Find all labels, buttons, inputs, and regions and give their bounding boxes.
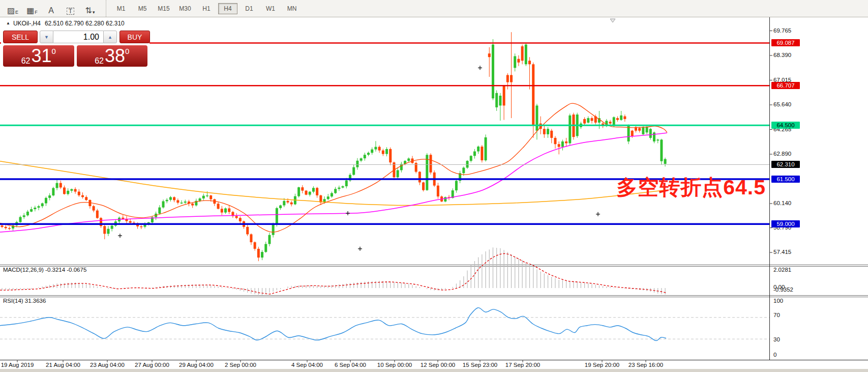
chart-annotation-text: 多空转折点64.5 [585, 174, 766, 202]
label-tool-icon[interactable]: A [43, 2, 59, 15]
volume-increase-button[interactable]: ▲ [103, 31, 117, 43]
time-label: 29 Aug 04:00 [179, 362, 214, 368]
timeframe-w1[interactable]: W1 [261, 3, 280, 14]
mt4-window: ▨E▦FAT⇅▾ M1M5M15M30H1H4D1W1MN ▲UKOil-,H4… [0, 0, 868, 372]
ohlc-values: 62.510 62.790 62.280 62.310 [45, 20, 125, 27]
macd-indicator-label: MACD(12,26,9) -0.3214 -0.0675 [3, 267, 86, 273]
price-badge-62.310: 62.310 [771, 161, 800, 168]
timeframe-m5[interactable]: M5 [133, 3, 152, 14]
sell-button[interactable]: SELL [3, 31, 38, 43]
price-tick-label: 57.415 [773, 249, 791, 255]
timeframe-d1[interactable]: D1 [240, 3, 259, 14]
price-badge-66.707: 66.707 [771, 82, 800, 89]
one-click-trading-panel: SELL ▼ ▲ BUY 62 31 0 62 38 0 [1, 28, 149, 68]
sell-price-button[interactable]: 62 31 0 [3, 45, 74, 67]
trade-prices-row: 62 31 0 62 38 0 [3, 45, 147, 67]
volume-input[interactable] [53, 31, 103, 43]
sell-price-big: 31 [31, 46, 51, 66]
price-badge-59.000: 59.000 [771, 220, 800, 227]
chart-symbol-header: ▲UKOil-,H462.510 62.790 62.280 62.310 [6, 20, 125, 27]
timeframe-mn[interactable]: MN [282, 3, 302, 14]
macd-axis-min: -0.9352 [773, 287, 793, 293]
price-tick-label: 69.765 [773, 27, 791, 34]
timeframe-h4[interactable]: H4 [218, 3, 237, 14]
buy-price-sup: 0 [125, 47, 129, 55]
buy-price-button[interactable]: 62 38 0 [77, 45, 148, 67]
time-label: 19 Sep 20:00 [585, 362, 619, 368]
time-label: 23 Sep 16:00 [628, 362, 663, 368]
buy-price-base: 62 [95, 56, 104, 66]
rsi-axis-label: 30 [773, 336, 780, 342]
price-badge-61.500: 61.500 [771, 176, 800, 183]
text-box-tool-icon[interactable]: T [63, 2, 79, 15]
time-label: 23 Aug 04:00 [90, 362, 125, 368]
sell-price-base: 62 [21, 56, 31, 66]
arrows-tool-icon[interactable]: ⇅▾ [82, 2, 98, 15]
time-label: 6 Sep 04:00 [335, 362, 366, 368]
rsi-axis-label: 70 [773, 312, 780, 318]
time-label: 17 Sep 20:00 [505, 362, 540, 368]
price-tick-label: 68.390 [773, 52, 791, 58]
rsi-indicator-label: RSI(14) 31.3636 [3, 298, 46, 304]
price-tick-label: 65.640 [773, 101, 791, 107]
time-label: 12 Sep 00:00 [421, 362, 455, 368]
time-label: 2 Sep 00:00 [225, 362, 256, 368]
macd-axis-max: 2.0281 [773, 267, 791, 273]
price-tick-label: 62.890 [773, 151, 791, 157]
volume-decrease-button[interactable]: ▼ [40, 31, 53, 43]
grid-tool-icon[interactable]: ▦F [24, 2, 40, 15]
price-badge-69.087: 69.087 [771, 39, 800, 46]
time-label: 10 Sep 00:00 [377, 362, 412, 368]
rsi-axis-label: 100 [773, 298, 783, 304]
timeframe-m30[interactable]: M30 [175, 3, 195, 14]
rsi-axis-label: 0 [773, 352, 776, 358]
price-badge-64.500: 64.500 [771, 122, 800, 129]
hatch-tool-icon[interactable]: ▨E [5, 2, 21, 15]
timeframe-group: M1M5M15M30H1H4D1W1MN [106, 0, 303, 17]
timeframe-m15[interactable]: M15 [154, 3, 173, 14]
time-label: 4 Sep 04:00 [291, 362, 323, 368]
time-label: 27 Aug 00:00 [135, 362, 169, 368]
timeframe-h1[interactable]: H1 [197, 3, 216, 14]
symbol-name: UKOil-,H4 [13, 20, 41, 27]
buy-button[interactable]: BUY [119, 31, 150, 43]
time-label: 15 Sep 23:00 [463, 362, 497, 368]
toolbar: ▨E▦FAT⇅▾ M1M5M15M30H1H4D1W1MN [0, 0, 868, 17]
sell-price-sup: 0 [52, 47, 56, 55]
price-tick-label: 60.140 [773, 200, 791, 206]
time-label: 19 Aug 2019 [1, 362, 34, 368]
collapse-arrow-icon[interactable]: ▲ [6, 21, 10, 25]
trade-controls-row: SELL ▼ ▲ BUY [3, 31, 150, 43]
time-label: 21 Aug 04:00 [46, 362, 80, 368]
time-axis: 19 Aug 201921 Aug 04:0023 Aug 04:0027 Au… [0, 360, 769, 372]
buy-price-big: 38 [105, 46, 125, 66]
timeframe-m1[interactable]: M1 [111, 3, 131, 14]
price-axis: 69.76568.39067.01565.64064.26562.89060.1… [769, 0, 868, 372]
drawing-tools-group: ▨E▦FAT⇅▾ [0, 0, 103, 17]
